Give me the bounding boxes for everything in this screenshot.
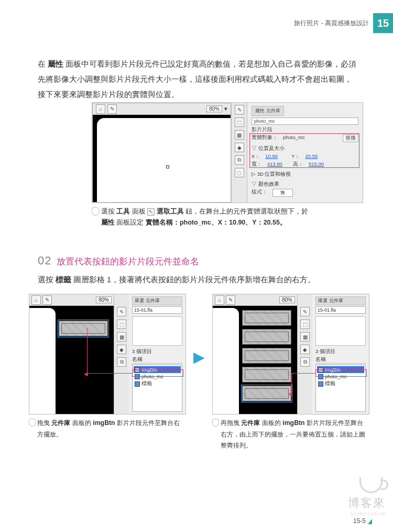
- panel-tabs[interactable]: 庫選 元件庫: [132, 296, 182, 305]
- scene-icon: ⌂: [215, 295, 224, 305]
- dropdown-icon[interactable]: ▾: [224, 105, 227, 112]
- photo-mc-instance[interactable]: [97, 118, 231, 202]
- figure-1-caption: 選按 工具 面板 ↖ 選取工具 鈕，在舞台上的元件實體選取狀態下，於 屬性 面板…: [92, 206, 364, 229]
- tool-icon[interactable]: ▦: [300, 332, 310, 342]
- step-02-heading: 02 放置代表按鈕的影片片段元件並命名: [38, 254, 199, 268]
- step-title: 放置代表按鈕的影片片段元件並命名: [57, 257, 199, 267]
- library-item-label[interactable]: 標籤: [317, 380, 364, 388]
- tool-icon[interactable]: ✎: [235, 105, 244, 114]
- scene-icon: ⌂: [96, 104, 105, 114]
- figure-1: ⌂ ✎ 80% ▾ ✎ ⬚ ▦ ◆ ⧉ ◌ 屬性 元件庫 photo_mc 影片…: [92, 102, 364, 229]
- intro-paragraph: 在 屬性 面板中可看到影片片段元件已設定好寬高的數值，若是想加入自己喜愛的影像，…: [38, 57, 357, 102]
- chapter-number-badge: 15: [373, 13, 393, 33]
- watermark-url: books.com.tw: [348, 511, 386, 516]
- tool-icon[interactable]: ⬚: [300, 320, 310, 329]
- stage-toolbar: ⌂ ✎ 80%: [29, 294, 114, 306]
- tool-icon[interactable]: ◆: [300, 345, 310, 354]
- style-select[interactable]: 無: [272, 189, 293, 197]
- tool-icon[interactable]: ⧉: [235, 155, 244, 165]
- stage-area: ⌂ ✎ 80%: [29, 294, 114, 414]
- library-item-label[interactable]: 標籤: [134, 380, 181, 388]
- imgbtn-instance[interactable]: [242, 310, 291, 326]
- stage-area: ⌂ ✎ 80% ▾: [92, 103, 231, 203]
- stage-area: ⌂ ✎ 80%: [213, 294, 298, 414]
- imgbtn-instance[interactable]: [242, 329, 291, 345]
- figure-2: ⌂ ✎ 80% ✎ ⬚ ▦ ◆ ⧉ 庫選 元件庫 15-01.fla 3 個項目…: [29, 294, 186, 440]
- item-count: 3 個項目: [315, 348, 366, 355]
- movieclip-icon: [318, 381, 323, 387]
- highlight-box: [249, 133, 359, 168]
- stage-toolbar: ⌂ ✎ 80%: [213, 294, 297, 306]
- figure-3: ⌂ ✎ 80% ✎ ⬚ ▦ ◆ ⧉ 庫選 元件庫 15-01.f: [212, 294, 369, 452]
- name-column: 名稱: [132, 356, 182, 364]
- tool-icon[interactable]: ✎: [300, 307, 310, 316]
- figure-row: ⌂ ✎ 80% ✎ ⬚ ▦ ◆ ⧉ 庫選 元件庫 15-01.fla 3 個項目…: [29, 294, 369, 452]
- page-footer: 15-5: [353, 517, 372, 525]
- watermark-name: 博客來: [348, 495, 386, 511]
- file-select[interactable]: 15-01.fla: [315, 306, 366, 314]
- tool-icon[interactable]: ▦: [235, 130, 244, 140]
- tool-icon[interactable]: ◆: [117, 345, 126, 354]
- scene-icon: ⌂: [31, 295, 41, 305]
- tool-icon[interactable]: ⬚: [235, 118, 244, 127]
- imgbtn-instance[interactable]: [242, 367, 291, 382]
- zoom-field[interactable]: 80%: [206, 105, 222, 112]
- tool-icon[interactable]: ⬚: [117, 320, 126, 329]
- figure-2-caption: 拖曳 元件庫 面板的 imgBtn 影片片段元件至舞台右方擺放。: [29, 418, 186, 440]
- tool-dock: ✎ ⬚ ▦ ◆ ⧉: [114, 294, 129, 414]
- selection-tool-icon: ↖: [147, 208, 155, 216]
- library-preview: [315, 316, 366, 346]
- photo-panel: [29, 308, 56, 414]
- instance-name-field[interactable]: photo_mc: [252, 118, 358, 125]
- imgbtn-instance[interactable]: [59, 321, 108, 336]
- annotation-line: [87, 328, 88, 373]
- highlight-box: [132, 369, 183, 377]
- imgbtn-instance[interactable]: [242, 386, 291, 401]
- panel-tabs[interactable]: 庫選 元件庫: [315, 296, 366, 305]
- arrow-right-icon: ▶: [191, 348, 207, 366]
- panel-tabs[interactable]: 屬性 元件庫: [252, 106, 284, 116]
- movieclip-icon: [135, 381, 140, 387]
- cup-icon: [359, 477, 383, 493]
- screenshot-drag-five: ⌂ ✎ 80% ✎ ⬚ ▦ ◆ ⧉ 庫選 元件庫 15-01.f: [212, 294, 369, 414]
- arrow-head-icon: ◀: [288, 391, 292, 397]
- screenshot-drag-single: ⌂ ✎ 80% ✎ ⬚ ▦ ◆ ⧉ 庫選 元件庫 15-01.fla 3 個項目…: [29, 294, 186, 414]
- tool-icon[interactable]: ◌: [235, 168, 244, 177]
- tool-icon[interactable]: ▦: [117, 332, 126, 342]
- screenshot-properties: ⌂ ✎ 80% ▾ ✎ ⬚ ▦ ◆ ⧉ ◌ 屬性 元件庫 photo_mc 影片…: [92, 102, 363, 203]
- file-select[interactable]: 15-01.fla: [132, 306, 182, 314]
- instance-type: 影片片段: [252, 126, 358, 133]
- step-number: 02: [38, 254, 51, 267]
- tool-icon[interactable]: ⧉: [117, 357, 126, 367]
- tool-dock: ✎ ⬚ ▦ ◆ ⧉: [298, 294, 312, 414]
- highlight-box: [315, 369, 367, 377]
- edit-icon: ✎: [42, 295, 52, 305]
- annotation-arrow: [291, 373, 315, 374]
- tool-icon[interactable]: ✎: [117, 307, 126, 316]
- color-header[interactable]: ▽ 顏色效果: [252, 181, 358, 188]
- figure-3-caption: 再拖曳 元件庫 面板的 imgBtn 影片片段元件至舞台右方，由上而下的擺放，一…: [212, 418, 369, 452]
- name-column: 名稱: [315, 356, 366, 364]
- tool-dock: ✎ ⬚ ▦ ◆ ⧉ ◌: [231, 103, 247, 203]
- annotation-arrow: [87, 373, 132, 374]
- library-panel: 庫選 元件庫 15-01.fla 3 個項目 名稱 ImgBtn photo_m…: [312, 294, 369, 414]
- edit-icon: ✎: [226, 295, 235, 305]
- imgbtn-instance[interactable]: [242, 348, 291, 364]
- tool-icon[interactable]: ⧉: [300, 357, 310, 367]
- stage-toolbar: ⌂ ✎ 80% ▾: [93, 103, 231, 115]
- 3d-header[interactable]: ▷ 3D 位置和檢視: [252, 171, 358, 178]
- library-panel: 庫選 元件庫 15-01.fla 3 個項目 名稱 ImgBtn photo_m…: [129, 294, 185, 414]
- page-header: 旅行照片 - 高質感播放設計 15: [294, 13, 393, 33]
- watermark: 博客來 books.com.tw: [348, 477, 386, 516]
- zoom-field[interactable]: 80%: [96, 296, 112, 303]
- properties-panel: 屬性 元件庫 photo_mc 影片片段 實體對象： photo_mc 替換 ▽…: [247, 103, 363, 203]
- library-preview: [132, 316, 182, 346]
- breadcrumb: 旅行照片 - 高質感播放設計: [294, 19, 369, 28]
- stage-canvas[interactable]: [93, 115, 231, 202]
- tool-icon[interactable]: ◆: [235, 143, 244, 152]
- zoom-field[interactable]: 80%: [279, 296, 295, 303]
- photo-panel: [213, 308, 239, 414]
- selection-handle[interactable]: [166, 165, 169, 168]
- page-number: 15-5: [353, 517, 366, 525]
- corner-triangle-icon: [368, 519, 372, 524]
